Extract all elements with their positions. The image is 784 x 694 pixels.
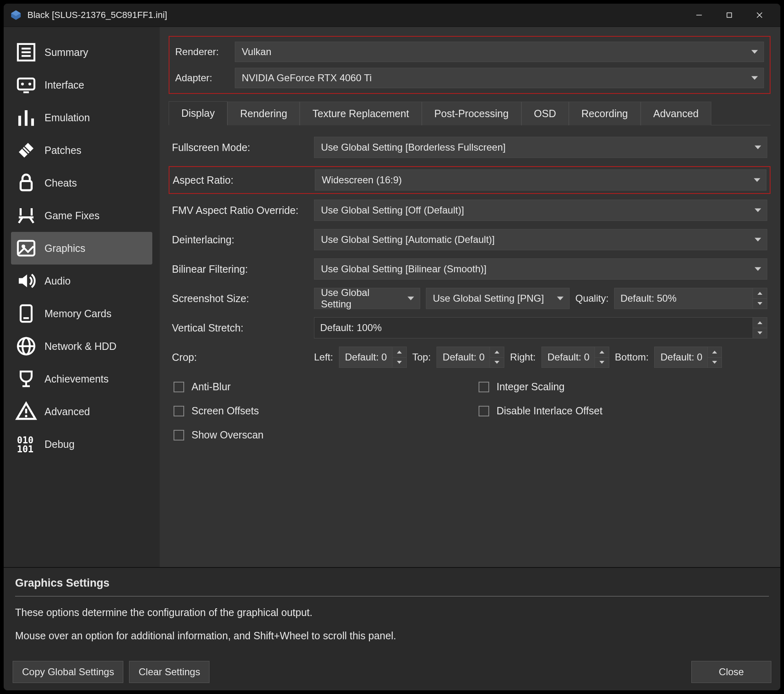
sidebar-item-cheats[interactable]: Cheats: [11, 167, 152, 199]
sidebar-item-achievements[interactable]: Achievements: [11, 363, 152, 395]
checkbox-icon: [174, 430, 184, 440]
renderer-value: Vulkan: [242, 46, 272, 58]
sidebar-item-advanced[interactable]: Advanced: [11, 395, 152, 428]
fullscreen-combo[interactable]: Use Global Setting [Borderless Fullscree…: [314, 137, 767, 158]
crop-top-spin[interactable]: Default: 0: [437, 347, 504, 368]
main-panel: Renderer: Vulkan Adapter: NVIDIA GeForce…: [160, 27, 780, 567]
spin-arrows-icon[interactable]: [490, 347, 504, 367]
dropdown-caret-icon: [755, 267, 761, 271]
tab-rendering[interactable]: Rendering: [227, 102, 300, 125]
checkbox-icon: [479, 382, 489, 392]
clear-settings-button[interactable]: Clear Settings: [129, 661, 209, 683]
show-overscan-checkbox[interactable]: Show Overscan: [174, 429, 462, 441]
summary-icon: [15, 41, 37, 63]
help-line-1: These options determine the configuratio…: [15, 605, 769, 620]
sidebar-item-label: Network & HDD: [45, 340, 116, 352]
titlebar: Black [SLUS-21376_5C891FF1.ini]: [4, 4, 780, 27]
cheats-icon: [15, 172, 37, 194]
crop-bottom-spin[interactable]: Default: 0: [654, 347, 722, 368]
renderer-label: Renderer:: [175, 46, 235, 58]
renderer-combo[interactable]: Vulkan: [235, 42, 764, 62]
sidebar-item-label: Debug: [45, 438, 75, 450]
dropdown-caret-icon: [755, 209, 761, 212]
sidebar-item-label: Interface: [45, 79, 84, 91]
svg-rect-3: [727, 13, 731, 17]
tab-display[interactable]: Display: [169, 101, 227, 125]
deinterlace-combo[interactable]: Use Global Setting [Automatic (Default)]: [314, 229, 767, 250]
spin-arrows-icon[interactable]: [753, 288, 767, 309]
disable-interlace-offset-checkbox[interactable]: Disable Interlace Offset: [479, 405, 767, 417]
emulation-icon: [15, 107, 37, 129]
tab-advanced[interactable]: Advanced: [641, 102, 711, 125]
crop-left-spin[interactable]: Default: 0: [339, 347, 407, 368]
tab-post-processing[interactable]: Post-Processing: [422, 102, 521, 125]
checkbox-icon: [174, 382, 184, 392]
tab-bar: DisplayRenderingTexture ReplacementPost-…: [169, 101, 771, 125]
sidebar-item-interface[interactable]: Interface: [11, 69, 152, 101]
screenshot-format-combo[interactable]: Use Global Setting [PNG]: [426, 288, 570, 309]
sidebar-item-summary[interactable]: Summary: [11, 36, 152, 69]
settings-window: Black [SLUS-21376_5C891FF1.ini] Summary …: [3, 3, 781, 691]
minimize-button[interactable]: [684, 5, 714, 25]
dropdown-caret-icon: [408, 297, 414, 300]
screenshot-size-combo[interactable]: Use Global Setting: [314, 288, 420, 309]
sidebar-item-label: Patches: [45, 145, 81, 156]
sidebar-item-debug[interactable]: Debug: [11, 428, 152, 460]
antiblur-checkbox[interactable]: Anti-Blur: [174, 381, 462, 393]
sidebar-item-patches[interactable]: Patches: [11, 134, 152, 167]
memcards-icon: [15, 303, 37, 325]
checkbox-icon: [174, 406, 184, 416]
tab-texture-replacement[interactable]: Texture Replacement: [300, 102, 421, 125]
aspect-combo[interactable]: Widescreen (16:9): [315, 169, 766, 191]
spin-arrows-icon[interactable]: [595, 347, 609, 367]
crop-bottom-label: Bottom:: [615, 351, 649, 363]
quality-spin[interactable]: Default: 50%: [614, 288, 767, 309]
bottom-bar: Copy Global Settings Clear Settings Clos…: [4, 655, 780, 690]
crop-top-label: Top:: [412, 351, 431, 363]
close-button[interactable]: Close: [691, 661, 771, 683]
achievements-icon: [15, 368, 37, 390]
help-line-2: Mouse over an option for additional info…: [15, 629, 769, 643]
advanced-icon: [15, 400, 37, 423]
sidebar-item-emulation[interactable]: Emulation: [11, 101, 152, 134]
window-title: Black [SLUS-21376_5C891FF1.ini]: [27, 10, 167, 20]
adapter-combo[interactable]: NVIDIA GeForce RTX 4060 Ti: [235, 68, 764, 88]
sidebar-item-graphics[interactable]: Graphics: [11, 232, 152, 265]
checkbox-icon: [479, 406, 489, 416]
spin-arrows-icon[interactable]: [753, 318, 767, 338]
audio-icon: [15, 270, 37, 292]
dropdown-caret-icon: [755, 146, 761, 149]
copy-global-settings-button[interactable]: Copy Global Settings: [13, 661, 123, 683]
close-window-button[interactable]: [744, 5, 775, 25]
bilinear-combo[interactable]: Use Global Setting [Bilinear (Smooth)]: [314, 258, 767, 280]
maximize-button[interactable]: [714, 5, 744, 25]
sidebar-item-label: Cheats: [45, 177, 77, 189]
display-settings: Fullscreen Mode: Use Global Setting [Bor…: [169, 125, 771, 563]
sidebar-item-game-fixes[interactable]: Game Fixes: [11, 199, 152, 232]
tab-recording[interactable]: Recording: [569, 102, 641, 125]
tab-osd[interactable]: OSD: [521, 102, 569, 125]
vstretch-spin[interactable]: Default: 100%: [314, 317, 767, 338]
crop-label: Crop:: [172, 351, 314, 363]
spin-arrows-icon[interactable]: [707, 347, 722, 367]
crop-right-spin[interactable]: Default: 0: [541, 347, 609, 368]
spin-arrows-icon[interactable]: [392, 347, 406, 367]
screen-offsets-checkbox[interactable]: Screen Offsets: [174, 405, 462, 417]
adapter-label: Adapter:: [175, 72, 235, 84]
bilinear-label: Bilinear Filtering:: [172, 263, 314, 275]
sidebar-item-label: Achievements: [45, 373, 109, 385]
sidebar-item-audio[interactable]: Audio: [11, 265, 152, 297]
dropdown-caret-icon: [751, 50, 758, 54]
body: Summary Interface Emulation Patches Chea…: [4, 27, 780, 567]
app-icon: [10, 9, 22, 21]
fmv-combo[interactable]: Use Global Setting [Off (Default)]: [314, 200, 767, 221]
integer-scaling-checkbox[interactable]: Integer Scaling: [479, 381, 767, 393]
sidebar-item-label: Audio: [45, 275, 71, 287]
help-title: Graphics Settings: [15, 577, 769, 596]
deinterlace-label: Deinterlacing:: [172, 234, 314, 246]
sidebar-item-network-hdd[interactable]: Network & HDD: [11, 330, 152, 363]
dropdown-caret-icon: [754, 178, 760, 182]
dropdown-caret-icon: [751, 76, 758, 80]
debug-icon: [15, 433, 37, 455]
sidebar-item-memory-cards[interactable]: Memory Cards: [11, 297, 152, 330]
